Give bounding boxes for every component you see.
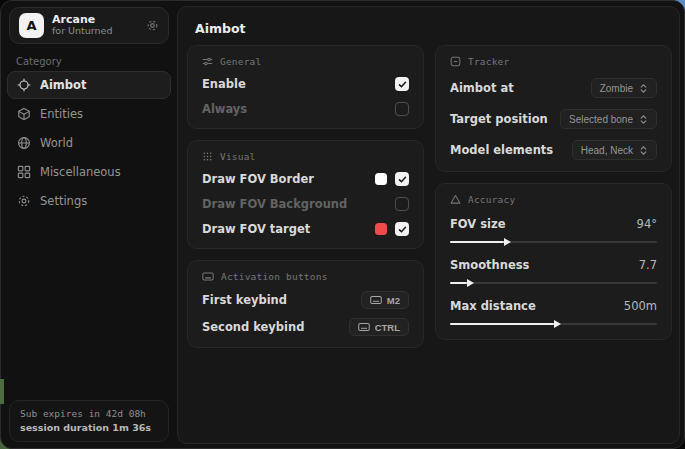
first-keybind-button[interactable]: M2 (361, 291, 409, 309)
max-distance-slider[interactable] (450, 320, 657, 328)
setting-label: Draw FOV Background (202, 197, 347, 211)
cheat-menu-window: A Arcane for Unturned Category Aimbo (0, 0, 685, 449)
slider-header: FOV size 94° (450, 216, 657, 232)
dropdown-value: Head, Neck (581, 145, 633, 156)
setting-label: Enable (202, 77, 246, 91)
setting-row: Target position Selected bone (450, 109, 657, 129)
aimbot-at-dropdown[interactable]: Zombie (591, 78, 657, 98)
visual-card: Visual Draw FOV Border Draw FOV Backgrou… (187, 140, 424, 249)
setting-controls (395, 197, 409, 211)
target-box-icon (450, 56, 461, 67)
enable-checkbox[interactable] (395, 77, 409, 91)
sidebar-item-entities[interactable]: Entities (7, 100, 171, 128)
sidebar-item-label: Entities (40, 107, 83, 121)
check-icon (398, 175, 407, 184)
section-title: Visual (220, 151, 256, 162)
setting-row: Draw FOV Border (202, 171, 409, 187)
second-keybind-button[interactable]: CTRL (349, 318, 409, 336)
fov-border-checkbox[interactable] (395, 172, 409, 186)
slider-value: 94° (637, 217, 657, 231)
setting-label: Draw FOV Border (202, 172, 314, 186)
sidebar-item-miscellaneous[interactable]: Miscellaneous (7, 158, 171, 186)
section-title: Activation buttons (221, 271, 328, 282)
setting-label: Model elements (450, 143, 553, 157)
keyboard-icon (358, 322, 370, 332)
section-title: Accuracy (468, 194, 515, 205)
sidebar-item-label: Settings (40, 194, 87, 208)
tracker-card: Tracker Aimbot at Zombie Target position (435, 45, 672, 172)
sidebar-nav: Aimbot Entities World (7, 71, 171, 215)
keybind-value: M2 (387, 295, 400, 306)
general-card: General Enable Always (187, 45, 424, 129)
slider-fill[interactable] (450, 323, 554, 325)
dots-grid-icon (202, 151, 213, 162)
crosshair-icon (17, 78, 31, 92)
setting-row: Model elements Head, Neck (450, 140, 657, 160)
check-icon (398, 80, 407, 89)
session-duration-text: session duration 1m 36s (20, 422, 158, 433)
slider-group: Max distance 500m (450, 298, 657, 328)
model-elements-dropdown[interactable]: Head, Neck (572, 140, 657, 160)
color-swatch[interactable] (375, 173, 387, 185)
slider-header: Max distance 500m (450, 298, 657, 314)
sidebar: A Arcane for Unturned Category Aimbo (1, 1, 177, 448)
smoothness-slider[interactable] (450, 279, 657, 287)
slider-group: FOV size 94° (450, 216, 657, 246)
slider-track (450, 282, 657, 284)
left-column: General Enable Always (187, 45, 424, 348)
slider-fill[interactable] (450, 241, 504, 243)
always-checkbox[interactable] (395, 102, 409, 116)
dropdown-value: Selected bone (569, 114, 633, 125)
activation-section-header: Activation buttons (202, 271, 409, 282)
color-swatch[interactable] (375, 223, 387, 235)
settings-gear-icon[interactable] (146, 19, 159, 32)
keybind-value: CTRL (375, 322, 400, 333)
general-section-header: General (202, 56, 409, 67)
setting-controls (375, 172, 409, 186)
sidebar-item-aimbot[interactable]: Aimbot (7, 71, 171, 99)
setting-row: Draw FOV Background (202, 196, 409, 212)
setting-label: Second keybind (202, 320, 304, 334)
section-title: Tracker (468, 56, 509, 67)
page-title: Aimbot (195, 21, 246, 36)
slider-header: Smoothness 7.7 (450, 257, 657, 273)
setting-row: Aimbot at Zombie (450, 78, 657, 98)
sidebar-item-settings[interactable]: Settings (7, 187, 171, 215)
slider-value: 7.7 (639, 258, 657, 272)
app-logo: A (19, 13, 44, 38)
setting-row: Second keybind CTRL (202, 318, 409, 336)
chevron-up-down-icon (639, 145, 648, 156)
sidebar-item-world[interactable]: World (7, 129, 171, 157)
visual-section-header: Visual (202, 151, 409, 162)
fov-target-checkbox[interactable] (395, 222, 409, 236)
subscription-status-card: Sub expires in 42d 08h session duration … (9, 400, 169, 442)
sidebar-item-label: Aimbot (40, 78, 86, 92)
triangle-icon (450, 194, 461, 205)
setting-row: First keybind M2 (202, 291, 409, 309)
sidebar-item-label: World (40, 136, 73, 150)
chevron-up-down-icon (639, 114, 648, 125)
brand-text: Arcane for Unturned (52, 14, 112, 38)
sub-expiry-text: Sub expires in 42d 08h (20, 408, 158, 419)
accuracy-section-header: Accuracy (450, 194, 657, 205)
check-icon (398, 225, 407, 234)
app-subtitle: for Unturned (52, 26, 112, 37)
activation-card: Activation buttons First keybind M2 Seco… (187, 260, 424, 348)
target-position-dropdown[interactable]: Selected bone (560, 109, 657, 129)
cube-icon (17, 107, 31, 121)
fov-size-slider[interactable] (450, 238, 657, 246)
brand-card: A Arcane for Unturned (9, 7, 169, 44)
sidebar-item-label: Miscellaneous (40, 165, 121, 179)
setting-label: Draw FOV target (202, 222, 310, 236)
keyboard-icon (202, 271, 214, 282)
setting-label: Always (202, 102, 247, 116)
fov-background-checkbox[interactable] (395, 197, 409, 211)
slider-fill[interactable] (450, 282, 467, 284)
sliders-icon (202, 56, 213, 67)
setting-label: Target position (450, 112, 548, 126)
slider-value: 500m (624, 299, 657, 313)
right-column: Tracker Aimbot at Zombie Target position (435, 45, 672, 348)
setting-label: First keybind (202, 293, 287, 307)
setting-row: Always (202, 101, 409, 117)
main-panel: Aimbot General Enable (177, 6, 680, 444)
